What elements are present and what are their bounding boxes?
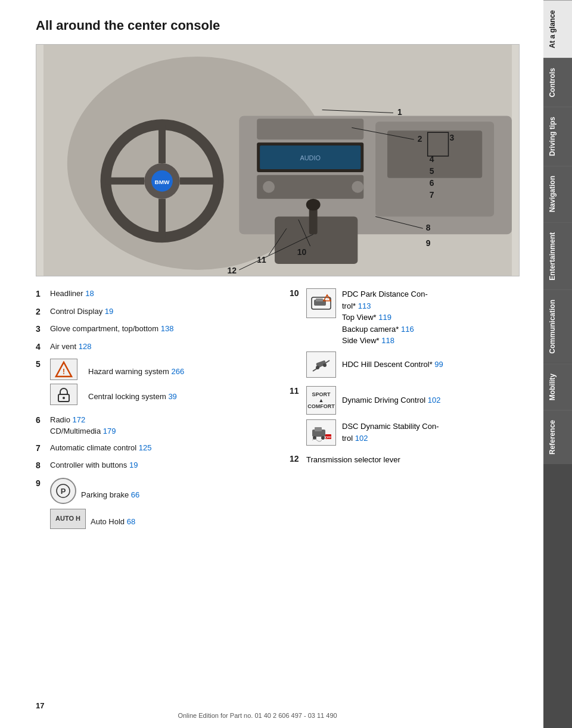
- svg-point-54: [316, 366, 319, 369]
- lock-row: Central locking system 39: [50, 384, 266, 405]
- hdc-icon: [306, 351, 336, 378]
- svg-text:9: 9: [426, 238, 431, 248]
- right-item-number-12: 12: [290, 454, 306, 463]
- list-item-4: 4 Air vent 128: [36, 341, 266, 353]
- svg-text:3: 3: [450, 133, 455, 142]
- dsc-icon: OFF: [306, 419, 336, 446]
- svg-point-55: [323, 363, 327, 367]
- list-item-6: 6 Radio 172 CD/Multimedia 179: [36, 415, 266, 436]
- right-item-12: 12 Transmission selector lever: [290, 454, 520, 466]
- svg-point-45: [63, 397, 65, 399]
- page-footer: 17 Online Edition for Part no. 01 40 2 6…: [0, 712, 515, 719]
- svg-text:BMW: BMW: [155, 179, 170, 185]
- right-item-10: 10 !: [290, 288, 520, 347]
- right-item-11: 11 SPORT ▲ COMFORT Dynamic Driving Contr…: [290, 386, 520, 415]
- parking-row: P Parking brake 66: [50, 478, 266, 504]
- list-item-7: 7 Automatic climate control 125: [36, 443, 266, 455]
- list-item-3: 3 Glove compartment, top/bottom 138: [36, 323, 266, 335]
- right-item-hdc: HDC Hill Descent Control* 99: [306, 351, 520, 378]
- footer-text: Online Edition for Part no. 01 40 2 606 …: [178, 712, 337, 719]
- svg-text:12: 12: [227, 266, 237, 275]
- left-column: 1 Headliner 18 2 Control Display 19 3 Gl…: [36, 288, 266, 539]
- item-content-4: Air vent 128: [50, 341, 266, 352]
- svg-text:P: P: [61, 487, 66, 496]
- page-number: 17: [36, 701, 44, 710]
- list-item-9: 9 P Parking brake 66: [36, 478, 266, 533]
- hazard-row: ! Hazard warning system 266: [50, 359, 266, 380]
- svg-rect-50: [316, 298, 323, 301]
- svg-text:OFF: OFF: [325, 435, 331, 439]
- item-number-9: 9: [36, 478, 50, 490]
- svg-rect-57: [315, 427, 322, 431]
- right-item-number-10: 10: [290, 288, 306, 298]
- svg-text:4: 4: [430, 154, 434, 164]
- sidebar-tab-at-a-glance[interactable]: At a glance: [543, 0, 572, 58]
- svg-text:!: !: [63, 368, 65, 376]
- sidebar-tab-communication[interactable]: Communication: [543, 290, 572, 363]
- list-item-1: 1 Headliner 18: [36, 288, 266, 300]
- list-item-5: 5 ! Hazard warning system 266: [36, 359, 266, 409]
- item-content-2: Control Display 19: [50, 306, 266, 317]
- item-number-2: 2: [36, 306, 50, 318]
- right-item-dsc: OFF DSC Dynamic Stability Con-trol 102: [306, 419, 520, 446]
- sidebar: At a glance Controls Driving tips Naviga…: [543, 0, 572, 728]
- sport-icon: SPORT ▲ COMFORT: [306, 386, 336, 415]
- hazard-icon: !: [50, 359, 77, 380]
- item-number-5: 5: [36, 359, 50, 371]
- main-content: All around the center console BMW: [0, 0, 543, 728]
- lock-icon: [50, 384, 77, 405]
- svg-point-16: [263, 181, 275, 193]
- svg-text:2: 2: [418, 134, 422, 144]
- item-content-6: Radio 172 CD/Multimedia 179: [50, 415, 266, 436]
- item-content-7: Automatic climate control 125: [50, 443, 266, 453]
- svg-text:11: 11: [257, 255, 266, 265]
- item-content-3: Glove compartment, top/bottom 138: [50, 323, 266, 334]
- page-title: All around the center console: [36, 18, 520, 33]
- sidebar-tab-navigation[interactable]: Navigation: [543, 166, 572, 222]
- sidebar-tab-mobility[interactable]: Mobility: [543, 363, 572, 410]
- sidebar-tab-controls[interactable]: Controls: [543, 58, 572, 107]
- sidebar-tab-entertainment[interactable]: Entertainment: [543, 222, 572, 290]
- item-number-3: 3: [36, 323, 50, 335]
- svg-text:6: 6: [430, 178, 434, 188]
- pdc-icon: !: [306, 288, 336, 318]
- right-item-number-11: 11: [290, 386, 306, 396]
- item-number-7: 7: [36, 443, 50, 455]
- svg-rect-11: [257, 119, 363, 139]
- list-item-8: 8 Controller with buttons 19: [36, 460, 266, 472]
- car-interior-image: BMW AUDIO: [36, 44, 520, 276]
- item-content-9: P Parking brake 66 AUTO H Auto Hold 68: [50, 478, 266, 533]
- autoh-row: AUTO H Auto Hold 68: [50, 509, 266, 529]
- item-number-8: 8: [36, 460, 50, 472]
- sidebar-tab-driving-tips[interactable]: Driving tips: [543, 107, 572, 166]
- item-content-1: Headliner 18: [50, 288, 266, 299]
- svg-point-17: [352, 181, 363, 193]
- list-item-2: 2 Control Display 19: [36, 306, 266, 318]
- item-content-5: ! Hazard warning system 266: [50, 359, 266, 409]
- parking-icon: P: [50, 478, 76, 504]
- svg-point-22: [306, 199, 321, 211]
- svg-text:1: 1: [397, 107, 402, 117]
- item-content-8: Controller with buttons 19: [50, 460, 266, 471]
- svg-rect-19: [387, 130, 482, 178]
- item-number-1: 1: [36, 288, 50, 300]
- svg-text:7: 7: [430, 190, 434, 200]
- svg-point-59: [321, 436, 325, 440]
- right-column: 10 !: [290, 288, 520, 539]
- content-list: 1 Headliner 18 2 Control Display 19 3 Gl…: [36, 288, 520, 539]
- autoh-icon: AUTO H: [50, 509, 86, 529]
- sidebar-tab-reference[interactable]: Reference: [543, 410, 572, 464]
- item-number-4: 4: [36, 341, 50, 353]
- svg-text:10: 10: [297, 247, 307, 257]
- svg-text:8: 8: [426, 223, 431, 232]
- item-number-6: 6: [36, 415, 50, 427]
- svg-text:AUDIO: AUDIO: [300, 154, 321, 161]
- svg-text:5: 5: [430, 166, 434, 176]
